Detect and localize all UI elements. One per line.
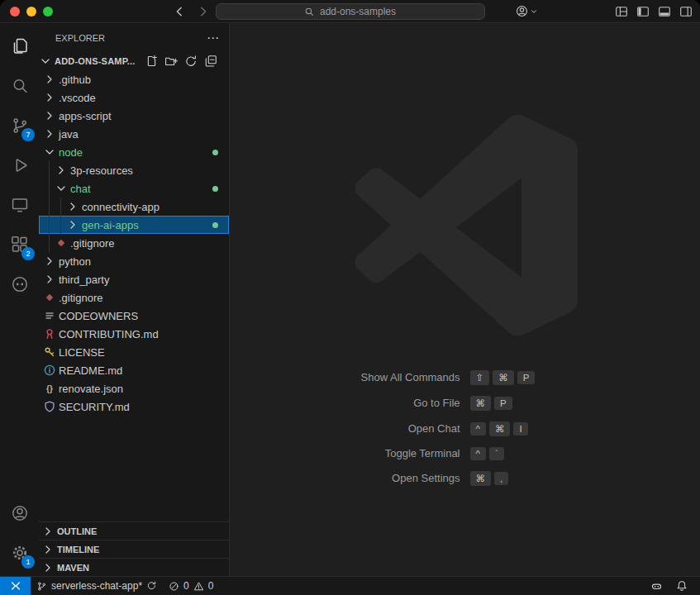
notifications-bell[interactable] bbox=[670, 580, 693, 592]
collapse-all-icon[interactable] bbox=[204, 55, 217, 68]
git-file-icon bbox=[43, 291, 56, 304]
settings-badge: 1 bbox=[21, 555, 35, 569]
tree-item-chat[interactable]: chat bbox=[39, 179, 229, 198]
chevron-right-icon bbox=[43, 255, 56, 268]
account-icon bbox=[10, 503, 30, 523]
branch-label: serverless-chat-app* bbox=[51, 580, 142, 592]
tree-item-label: renovate.json bbox=[59, 383, 123, 395]
status-bar: serverless-chat-app* 0 0 bbox=[0, 576, 700, 595]
chevron-down-icon bbox=[39, 55, 52, 68]
remote-icon bbox=[10, 580, 21, 592]
folder-section-header[interactable]: ADD-ONS-SAMP... bbox=[39, 52, 229, 70]
back-button[interactable] bbox=[170, 2, 188, 20]
branch-status[interactable]: serverless-chat-app* bbox=[31, 577, 163, 595]
tree-item-gitignore-root[interactable]: .gitignore bbox=[39, 288, 229, 307]
search-icon bbox=[10, 76, 30, 96]
shortcut-keys: ⌘, bbox=[470, 471, 656, 486]
tree-item-label: connectivity-app bbox=[82, 201, 160, 213]
activitybar-remote-explorer[interactable] bbox=[0, 185, 39, 225]
remote-indicator[interactable] bbox=[0, 577, 31, 595]
activitybar-search[interactable] bbox=[0, 66, 39, 106]
tree-item-contributing-md[interactable]: CONTRIBUTING.md bbox=[39, 325, 229, 343]
tree-item-codeowners[interactable]: CODEOWNERS bbox=[39, 307, 229, 325]
activitybar-run-debug[interactable] bbox=[0, 145, 39, 185]
activitybar-copilot[interactable] bbox=[0, 264, 39, 304]
tree-item-python[interactable]: python bbox=[39, 252, 229, 270]
shortcut-label: Show All Commands bbox=[274, 371, 460, 383]
keycap: P bbox=[494, 397, 512, 410]
play-icon bbox=[10, 155, 30, 175]
tree-item-label: README.md bbox=[59, 364, 122, 377]
shortcut-label: Open Settings bbox=[274, 472, 460, 484]
errors-count: 0 bbox=[183, 580, 189, 592]
more-actions-icon[interactable]: ⋯ bbox=[207, 31, 219, 44]
activitybar-accounts[interactable] bbox=[0, 493, 39, 533]
tree-item-security-md[interactable]: SECURITY.md bbox=[39, 397, 229, 416]
tree-item-3p-resources[interactable]: 3p-resources bbox=[39, 161, 229, 179]
activitybar-settings[interactable]: 1 bbox=[0, 533, 39, 573]
tree-item-renovate-json[interactable]: {} renovate.json bbox=[39, 379, 229, 397]
keycap: ⌘ bbox=[470, 471, 492, 486]
tree-item-github[interactable]: .github bbox=[39, 70, 229, 88]
tree-item-label: 3p-resources bbox=[70, 164, 133, 177]
refresh-icon[interactable] bbox=[184, 55, 198, 68]
activitybar-extensions[interactable]: 2 bbox=[0, 225, 39, 264]
toggle-primary-sidebar-button[interactable] bbox=[636, 5, 650, 18]
tree-item-third-party[interactable]: third_party bbox=[39, 270, 229, 288]
problems-status[interactable]: 0 0 bbox=[163, 577, 219, 595]
maximize-window-button[interactable] bbox=[43, 7, 53, 17]
shortcut-label: Open Chat bbox=[274, 422, 460, 435]
chevron-right-icon bbox=[55, 164, 68, 177]
minimize-window-button[interactable] bbox=[26, 7, 36, 17]
copilot-icon bbox=[650, 580, 663, 593]
tree-item-license[interactable]: LICENSE bbox=[39, 343, 229, 361]
tree-item-apps-script[interactable]: apps-script bbox=[39, 107, 229, 125]
activitybar-explorer[interactable] bbox=[0, 26, 39, 66]
panel-timeline[interactable]: TIMELINE bbox=[39, 540, 229, 558]
customize-layout-button[interactable] bbox=[614, 5, 628, 18]
new-file-button[interactable] bbox=[145, 55, 158, 68]
close-window-button[interactable] bbox=[10, 7, 20, 17]
copilot-status[interactable] bbox=[645, 580, 669, 593]
keycap: ^ bbox=[470, 447, 486, 460]
keycap: , bbox=[494, 472, 508, 485]
panel-outline[interactable]: OUTLINE bbox=[39, 521, 229, 540]
shortcut-keys: ^⌘I bbox=[470, 421, 656, 436]
git-branch-icon bbox=[36, 581, 47, 592]
command-center-text: add-ons-samples bbox=[320, 6, 396, 17]
ribbon-file-icon bbox=[43, 327, 56, 340]
toggle-secondary-sidebar-button[interactable] bbox=[679, 5, 693, 18]
errors-icon bbox=[169, 581, 179, 592]
command-center-search[interactable]: add-ons-samples bbox=[216, 3, 485, 20]
braces-file-icon: {} bbox=[43, 382, 56, 395]
search-icon bbox=[304, 7, 315, 17]
tree-item-gitignore-node[interactable]: .gitignore bbox=[39, 234, 229, 252]
git-file-icon bbox=[55, 236, 68, 250]
profile-menu[interactable] bbox=[515, 4, 538, 18]
tree-item-gen-ai-apps[interactable]: gen-ai-apps bbox=[39, 216, 229, 234]
shortcut-show-all-commands: Show All Commands ⇧⌘P bbox=[274, 370, 656, 385]
panel-label: TIMELINE bbox=[57, 545, 99, 555]
titlebar: add-ons-samples bbox=[0, 0, 700, 23]
shortcut-keys: ⌘P bbox=[470, 396, 656, 411]
activitybar-source-control[interactable]: 7 bbox=[0, 106, 39, 145]
panel-maven[interactable]: MAVEN bbox=[39, 558, 229, 576]
tree-item-readme-md[interactable]: README.md bbox=[39, 361, 229, 379]
files-icon bbox=[10, 36, 30, 56]
tree-item-connectivity-app[interactable]: connectivity-app bbox=[39, 198, 229, 216]
extensions-badge: 2 bbox=[21, 247, 35, 260]
chevron-down-icon bbox=[43, 145, 56, 159]
tree-item-java[interactable]: java bbox=[39, 125, 229, 143]
tree-item-vscode[interactable]: .vscode bbox=[39, 88, 229, 107]
copilot-icon bbox=[10, 274, 30, 294]
tree-item-node[interactable]: node bbox=[39, 143, 229, 161]
forward-button[interactable] bbox=[194, 2, 212, 20]
shortcut-open-settings: Open Settings ⌘, bbox=[274, 471, 656, 486]
untracked-dot-icon bbox=[212, 186, 218, 192]
tree-item-label: .github bbox=[59, 74, 91, 86]
toggle-panel-button[interactable] bbox=[657, 5, 671, 18]
tree-item-label: CONTRIBUTING.md bbox=[59, 328, 159, 340]
new-folder-button[interactable] bbox=[164, 55, 178, 68]
keycap: I bbox=[513, 422, 527, 436]
keycap: P bbox=[517, 371, 536, 384]
